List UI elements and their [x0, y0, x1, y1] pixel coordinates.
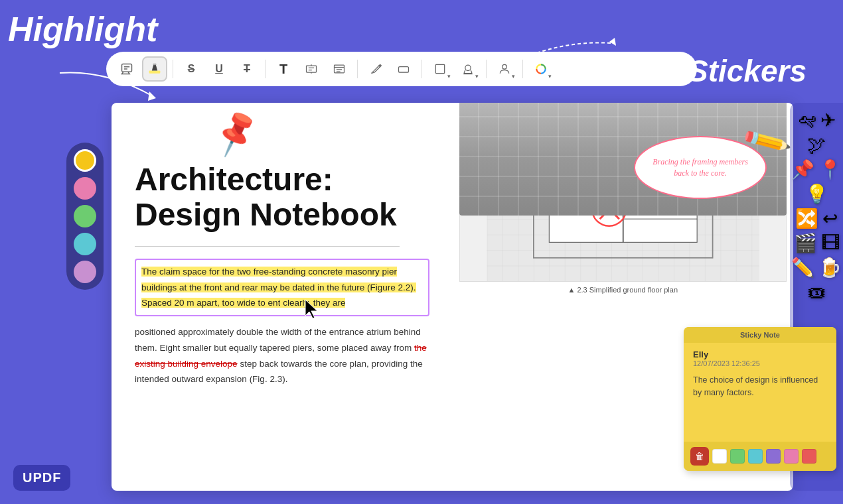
sticky-color-pink[interactable]: [784, 449, 799, 464]
sticker-lightbulb[interactable]: 💡: [805, 183, 828, 205]
svg-marker-0: [148, 92, 156, 101]
color-teal[interactable]: [74, 233, 96, 255]
svg-point-13: [502, 64, 507, 69]
sticky-note-delete-button[interactable]: 🗑: [690, 447, 709, 466]
svg-rect-5: [153, 64, 157, 66]
color-pink[interactable]: [74, 177, 96, 200]
updf-text: UPDF: [23, 470, 61, 485]
sticky-color-purple[interactable]: [766, 449, 781, 464]
updf-badge: UPDF: [13, 465, 70, 491]
svg-rect-4: [149, 71, 161, 74]
sticker-row-2: 🕊: [807, 134, 826, 156]
toolbar-stamp-button[interactable]: ▾: [455, 56, 481, 82]
strikethrough-text: the existing building envelope: [135, 343, 427, 369]
sticky-note-content[interactable]: The choice of design is influenced by ma…: [693, 374, 827, 434]
svg-marker-2: [609, 38, 616, 46]
sticker-arrow-2[interactable]: ↩: [822, 208, 838, 229]
sticker-beer[interactable]: 🍺: [818, 257, 842, 279]
svg-rect-6: [307, 66, 317, 72]
sticker-paper-plane-1[interactable]: 🛩: [798, 109, 816, 131]
toolbar-shape-button[interactable]: ▾: [427, 56, 453, 82]
sticker-row-5: 🔀 ↩: [795, 208, 838, 229]
toolbar-comment-button[interactable]: [114, 56, 139, 82]
sticker-row-8: 🎟: [807, 281, 826, 303]
toolbar-strikethrough-button[interactable]: S: [179, 56, 204, 82]
sticky-color-white[interactable]: [712, 449, 727, 464]
toolbar-text-button[interactable]: T: [271, 56, 296, 82]
sticker-row-4: 💡: [805, 183, 828, 205]
sticky-note-date: 12/07/2023 12:36:25: [693, 359, 827, 367]
toolbar-sep-3: [357, 60, 358, 78]
toolbar-highlight-button[interactable]: [142, 56, 167, 82]
floorplan-caption: ▲ 2.3 Simplified ground floor plan: [459, 286, 787, 294]
svg-rect-3: [122, 64, 132, 72]
svg-rect-10: [435, 64, 444, 73]
sticky-note-header: Sticky Note: [684, 327, 836, 343]
toolbar-text-strike-button[interactable]: T: [234, 56, 260, 82]
toolbar-pen-button[interactable]: [363, 56, 388, 82]
sticker-pushpin-2[interactable]: 📍: [818, 158, 842, 180]
toolbar-textbox1-button[interactable]: [299, 56, 324, 82]
doc-right: Bracing the framing members back to the …: [453, 103, 794, 216]
highlight-block: The claim space for the two free-standin…: [135, 259, 429, 317]
toolbar-sep-1: [173, 60, 173, 78]
sticker-film[interactable]: 🎞: [821, 232, 840, 254]
stickers-label: Stickers: [688, 53, 806, 89]
sticker-clapboard[interactable]: 🎬: [794, 232, 817, 254]
svg-point-11: [465, 65, 471, 70]
sticker-bird[interactable]: 🕊: [807, 134, 826, 156]
main-area: 📌 Architecture:Design Notebook The claim…: [66, 103, 793, 491]
sticker-pencil[interactable]: ✏️: [791, 257, 814, 279]
speech-bubble-text: Bracing the framing members back to the …: [650, 157, 751, 179]
sticky-note-author: Elly: [693, 349, 827, 359]
doc-body: positioned approximately double the widt…: [135, 324, 429, 387]
sticky-note: Sticky Note Elly 12/07/2023 12:36:25 The…: [684, 327, 836, 471]
color-purple[interactable]: [74, 261, 96, 283]
highlighted-text: The claim space for the two free-standin…: [141, 267, 416, 308]
highlight-label: Highlight: [8, 9, 157, 49]
toolbar-signature-button[interactable]: ▾: [492, 56, 517, 82]
sticky-note-body: Elly 12/07/2023 12:36:25 The choice of d…: [684, 343, 836, 442]
color-yellow[interactable]: [74, 149, 96, 172]
sticky-color-red[interactable]: [802, 449, 816, 464]
sticker-pushpin-1[interactable]: 📌: [791, 158, 814, 180]
sticker-row-6: 🎬 🎞: [794, 232, 840, 254]
sticker-paper-plane-2[interactable]: ✈: [820, 109, 836, 131]
sticker-row-3: 📌 📍: [791, 158, 842, 180]
highlighted-text-2: clearly, they are: [280, 298, 345, 308]
sticker-row-7: ✏️ 🍺: [791, 257, 842, 279]
toolbar-textbox2-button[interactable]: [327, 56, 352, 82]
svg-rect-9: [399, 67, 409, 72]
color-green[interactable]: [74, 205, 96, 227]
doc-divider: [135, 246, 400, 247]
toolbar-sep-4: [422, 60, 422, 78]
doc-left: Architecture:Design Notebook The claim s…: [112, 103, 453, 407]
toolbar-sep-6: [522, 60, 523, 78]
sticky-note-footer: 🗑: [684, 442, 836, 471]
color-palette: [66, 143, 104, 290]
toolbar-eraser-button[interactable]: [391, 56, 416, 82]
sticker-arrow-1[interactable]: 🔀: [795, 208, 818, 229]
sticker-extra[interactable]: 🎟: [807, 281, 826, 303]
sticker-row-1: 🛩 ✈: [798, 109, 836, 131]
toolbar-underline-button[interactable]: U: [206, 56, 232, 82]
toolbar-color-button[interactable]: ▾: [528, 56, 554, 82]
toolbar-sep-2: [265, 60, 266, 78]
sticky-color-green[interactable]: [730, 449, 745, 464]
toolbar: S U T T: [106, 52, 697, 86]
toolbar-sep-5: [486, 60, 487, 78]
doc-title: Architecture:Design Notebook: [135, 162, 429, 233]
sticky-color-teal[interactable]: [748, 449, 763, 464]
updf-logo[interactable]: UPDF: [13, 465, 70, 491]
